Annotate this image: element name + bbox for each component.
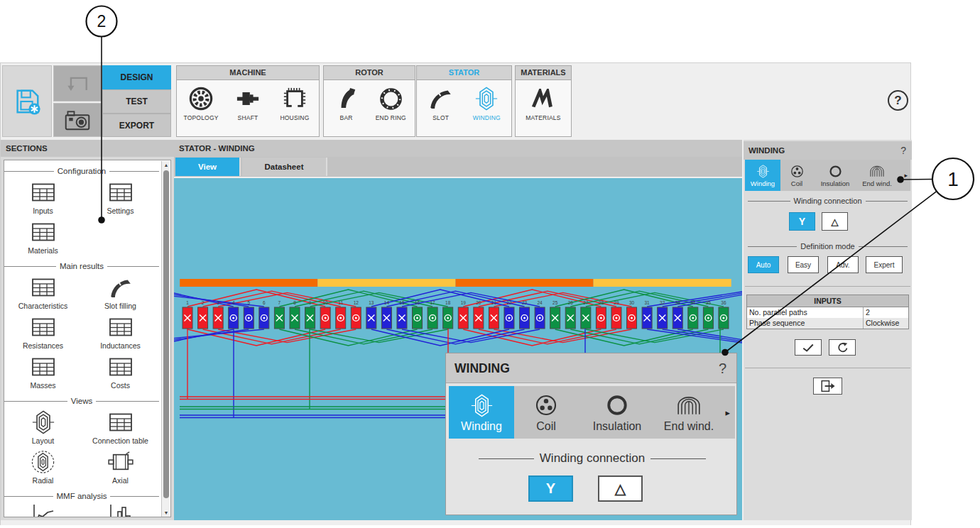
panel-help-icon[interactable]: ?	[900, 141, 906, 160]
mode-auto-button[interactable]: Auto	[748, 256, 779, 273]
line-chart-icon	[4, 505, 82, 517]
popup-tab-coil[interactable]: Coil	[514, 386, 578, 439]
scrollbar-thumb[interactable]	[163, 170, 169, 498]
axial-view-icon	[82, 450, 159, 474]
ribbon-group-materials-label: MATERIALS	[516, 66, 571, 80]
end-winding-icon	[869, 163, 885, 179]
section-item-layout[interactable]: Layout	[4, 409, 82, 449]
svg-text:31: 31	[644, 300, 650, 305]
section-item-costs[interactable]: Costs	[82, 353, 159, 393]
export-report-button[interactable]	[813, 378, 842, 395]
more-tabs-icon[interactable]: ▸	[904, 172, 910, 179]
save-icon	[12, 87, 42, 116]
rotor-bar-icon	[326, 85, 367, 112]
section-item-mmf-harmonic[interactable]	[82, 504, 159, 517]
section-item-axial[interactable]: Axial	[82, 449, 159, 488]
svg-text:35: 35	[706, 300, 712, 305]
mode-expert-button[interactable]: Expert	[866, 256, 903, 273]
section-item-connection-table[interactable]: Connection table	[82, 409, 159, 449]
tab-design[interactable]: DESIGN	[102, 65, 171, 89]
section-item-materials[interactable]: Materials	[4, 219, 82, 258]
svg-text:9: 9	[309, 300, 312, 305]
section-group-views: Views	[4, 393, 159, 409]
table-row[interactable]: Phase sequence Clockwise	[747, 318, 908, 329]
slot-icon	[82, 275, 159, 299]
callout-circle-2	[87, 6, 117, 37]
popup-tab-insulation[interactable]: Insulation	[578, 386, 656, 439]
tab-insulation[interactable]: Insulation	[813, 160, 857, 191]
more-tabs-icon[interactable]: ▸	[725, 407, 735, 418]
topology-icon	[178, 85, 224, 112]
section-item-resistances[interactable]: Resistances	[4, 314, 82, 353]
section-item-inputs[interactable]: Inputs	[4, 179, 82, 219]
svg-text:17: 17	[430, 300, 436, 305]
section-item-inductances[interactable]: Inductances	[82, 314, 159, 353]
svg-text:25: 25	[552, 300, 558, 305]
section-item-masses[interactable]: Masses	[4, 353, 82, 393]
popup-help-icon[interactable]: ?	[719, 353, 726, 383]
delta-connection-button[interactable]: △	[822, 212, 848, 231]
svg-text:21: 21	[491, 300, 497, 305]
ribbon-item-materials[interactable]: MATERIALS	[518, 85, 568, 121]
end-winding-icon	[676, 392, 702, 419]
save-button[interactable]	[2, 65, 52, 137]
tab-view[interactable]: View	[175, 158, 241, 176]
scroll-up-icon[interactable]: ▲	[162, 161, 170, 170]
popup-tab-winding[interactable]: Winding	[449, 386, 514, 439]
table-row[interactable]: No. parallel paths 2	[747, 307, 908, 318]
svg-text:11: 11	[338, 300, 343, 305]
section-item-mmf-spatial[interactable]	[4, 504, 82, 517]
help-icon[interactable]: ?	[888, 90, 908, 111]
restore-button[interactable]	[829, 339, 856, 356]
tab-export[interactable]: EXPORT	[102, 114, 171, 137]
section-item-settings[interactable]: Settings	[82, 179, 159, 219]
wye-connection-button[interactable]: Y	[789, 212, 815, 231]
shaft-icon	[225, 85, 271, 112]
svg-text:8: 8	[293, 300, 296, 305]
svg-text:14: 14	[384, 300, 390, 305]
radial-view-icon	[4, 450, 82, 474]
ribbon-item-topology[interactable]: TOPOLOGY	[178, 85, 224, 121]
insulation-icon	[606, 392, 628, 419]
sections-panel: SECTIONS Configuration Inputs Settings M…	[1, 140, 174, 520]
ribbon-item-shaft[interactable]: SHAFT	[225, 85, 271, 121]
popup-wye-connection-button[interactable]: Y	[528, 475, 573, 502]
apply-button[interactable]	[795, 339, 822, 356]
section-item-slot-filling[interactable]: Slot filling	[82, 274, 159, 314]
tab-test[interactable]: TEST	[102, 89, 171, 114]
section-group-configuration: Configuration	[4, 163, 159, 179]
svg-text:36: 36	[721, 300, 726, 305]
winding-icon	[470, 392, 494, 419]
camera-icon	[64, 109, 91, 131]
export-icon	[820, 380, 836, 392]
undo-button[interactable]	[53, 65, 102, 101]
svg-text:23: 23	[522, 300, 528, 305]
section-item-radial[interactable]: Radial	[4, 449, 82, 488]
bar-chart-icon	[82, 505, 159, 517]
winding-connection-separator: Winding connection	[748, 195, 908, 207]
ribbon-item-end-ring[interactable]: END RING	[369, 85, 413, 121]
tab-end-winding[interactable]: End wind.	[857, 160, 897, 191]
ribbon-item-winding[interactable]: WINDING	[464, 85, 508, 121]
ribbon-group-materials: MATERIALS MATERIALS	[515, 65, 572, 137]
tab-coil[interactable]: Coil	[780, 160, 813, 191]
ribbon-item-housing[interactable]: HOUSING	[272, 85, 317, 121]
window-bottom-strip	[1, 520, 910, 525]
sections-scrollbar[interactable]: ▲ ▼	[161, 161, 170, 517]
ribbon: DESIGN TEST EXPORT MACHINE TOPOLOGY SHAF…	[1, 63, 910, 140]
tab-datasheet[interactable]: Datasheet	[242, 158, 327, 176]
mode-advanced-button[interactable]: Adv.	[827, 256, 859, 273]
ribbon-item-slot[interactable]: SLOT	[420, 85, 462, 121]
section-item-characteristics[interactable]: Characteristics	[4, 274, 82, 314]
popup-tab-end-winding[interactable]: End wind.	[656, 386, 722, 439]
ribbon-item-bar[interactable]: BAR	[326, 85, 367, 121]
tab-winding[interactable]: Winding	[745, 160, 780, 191]
materials-icon	[518, 85, 568, 112]
screenshot-button[interactable]	[53, 103, 102, 137]
mode-easy-button[interactable]: Easy	[788, 256, 819, 273]
winding-popup: WINDING ? Winding Coil Insulation End wi…	[445, 353, 737, 515]
scroll-down-icon[interactable]: ▼	[162, 509, 170, 517]
svg-text:7: 7	[278, 300, 281, 305]
popup-delta-connection-button[interactable]: △	[598, 475, 643, 502]
section-group-mmf-analysis: MMF analysis	[4, 488, 159, 504]
